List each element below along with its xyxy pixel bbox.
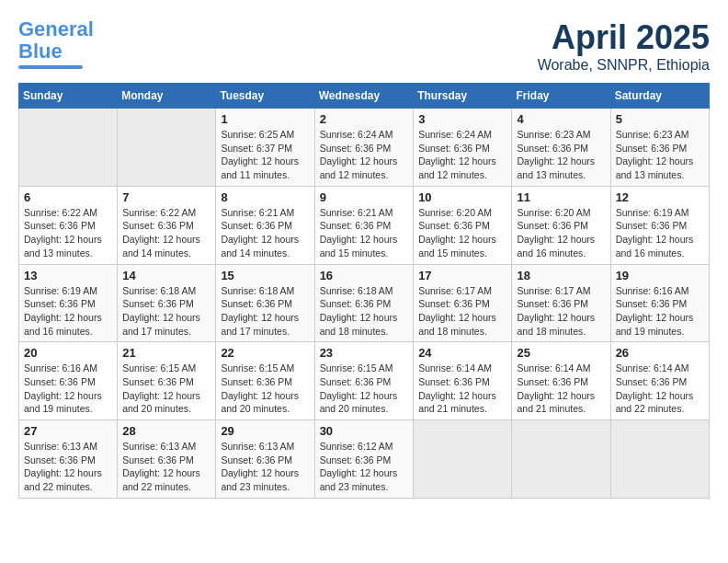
daylight-label: Daylight: 12 hours and 23 minutes. (221, 467, 299, 492)
daylight-label: Daylight: 12 hours and 16 minutes. (24, 312, 102, 337)
day-number: 29 (221, 424, 309, 438)
daylight-label: Daylight: 12 hours and 16 minutes. (616, 234, 694, 259)
calendar-cell: 21Sunrise: 6:15 AMSunset: 6:36 PMDayligh… (118, 342, 216, 420)
day-number: 10 (418, 190, 506, 204)
calendar-cell: 9Sunrise: 6:21 AMSunset: 6:36 PMDaylight… (314, 186, 414, 264)
sunrise-label: Sunrise: 6:14 AM (418, 362, 492, 373)
calendar-cell: 8Sunrise: 6:21 AMSunset: 6:36 PMDaylight… (216, 186, 314, 264)
calendar-cell: 15Sunrise: 6:18 AMSunset: 6:36 PMDayligh… (216, 264, 314, 342)
calendar-cell: 16Sunrise: 6:18 AMSunset: 6:36 PMDayligh… (314, 264, 414, 342)
day-number: 1 (221, 112, 309, 126)
day-info: Sunrise: 6:24 AMSunset: 6:36 PMDaylight:… (418, 128, 506, 182)
calendar-cell: 28Sunrise: 6:13 AMSunset: 6:36 PMDayligh… (118, 420, 216, 499)
daylight-label: Daylight: 12 hours and 22 minutes. (122, 467, 200, 492)
sunset-label: Sunset: 6:36 PM (221, 376, 292, 387)
logo-text: General Blue (18, 18, 94, 63)
weekday-label: Friday (512, 84, 610, 109)
day-number: 23 (320, 346, 409, 360)
sunset-label: Sunset: 6:36 PM (320, 454, 392, 465)
calendar-cell: 19Sunrise: 6:16 AMSunset: 6:36 PMDayligh… (610, 264, 709, 342)
day-number: 19 (616, 269, 704, 282)
day-number: 25 (517, 346, 605, 360)
sunrise-label: Sunrise: 6:15 AM (320, 362, 393, 373)
day-info: Sunrise: 6:14 AMSunset: 6:36 PMDaylight:… (616, 362, 704, 416)
logo-bar (18, 65, 83, 69)
calendar-cell: 6Sunrise: 6:22 AMSunset: 6:36 PMDaylight… (19, 186, 118, 264)
day-number: 17 (418, 269, 506, 282)
calendar-cell: 10Sunrise: 6:20 AMSunset: 6:36 PMDayligh… (414, 186, 512, 264)
sunrise-label: Sunrise: 6:15 AM (221, 362, 294, 373)
calendar-cell: 14Sunrise: 6:18 AMSunset: 6:36 PMDayligh… (118, 264, 216, 342)
sunrise-label: Sunrise: 6:21 AM (221, 207, 294, 218)
day-info: Sunrise: 6:18 AMSunset: 6:36 PMDaylight:… (122, 284, 210, 339)
day-number: 8 (221, 190, 309, 204)
day-number: 28 (122, 424, 210, 438)
sunset-label: Sunset: 6:36 PM (320, 298, 392, 309)
sunrise-label: Sunrise: 6:22 AM (122, 207, 196, 218)
sunrise-label: Sunrise: 6:18 AM (320, 285, 393, 296)
day-info: Sunrise: 6:21 AMSunset: 6:36 PMDaylight:… (320, 206, 409, 260)
day-number: 24 (418, 346, 506, 360)
location: Worabe, SNNPR, Ethiopia (538, 57, 710, 74)
sunrise-label: Sunrise: 6:16 AM (616, 285, 689, 296)
calendar-cell: 24Sunrise: 6:14 AMSunset: 6:36 PMDayligh… (414, 342, 512, 420)
day-info: Sunrise: 6:20 AMSunset: 6:36 PMDaylight:… (418, 206, 506, 260)
calendar-week-row: 27Sunrise: 6:13 AMSunset: 6:36 PMDayligh… (19, 420, 710, 499)
calendar-cell: 27Sunrise: 6:13 AMSunset: 6:36 PMDayligh… (19, 420, 118, 499)
day-number: 2 (320, 112, 409, 126)
day-info: Sunrise: 6:25 AMSunset: 6:37 PMDaylight:… (221, 128, 309, 182)
day-number: 26 (616, 346, 704, 360)
sunset-label: Sunset: 6:36 PM (320, 143, 392, 154)
calendar-cell: 23Sunrise: 6:15 AMSunset: 6:36 PMDayligh… (314, 342, 414, 420)
sunrise-label: Sunrise: 6:24 AM (418, 129, 492, 140)
sunset-label: Sunset: 6:36 PM (24, 376, 96, 387)
sunrise-label: Sunrise: 6:19 AM (616, 207, 689, 218)
sunrise-label: Sunrise: 6:14 AM (616, 362, 689, 373)
day-info: Sunrise: 6:19 AMSunset: 6:36 PMDaylight:… (24, 284, 112, 339)
weekday-label: Sunday (19, 84, 118, 109)
weekday-label: Thursday (414, 84, 512, 109)
day-info: Sunrise: 6:15 AMSunset: 6:36 PMDaylight:… (320, 362, 409, 416)
calendar-cell: 18Sunrise: 6:17 AMSunset: 6:36 PMDayligh… (512, 264, 610, 342)
daylight-label: Daylight: 12 hours and 13 minutes. (616, 155, 694, 180)
daylight-label: Daylight: 12 hours and 14 minutes. (221, 234, 299, 259)
day-info: Sunrise: 6:18 AMSunset: 6:36 PMDaylight:… (221, 284, 309, 339)
calendar-cell: 3Sunrise: 6:24 AMSunset: 6:36 PMDaylight… (414, 109, 512, 187)
day-number: 6 (24, 190, 112, 204)
day-info: Sunrise: 6:23 AMSunset: 6:36 PMDaylight:… (616, 128, 704, 182)
month-year: April 2025 (538, 18, 710, 57)
page-header: General Blue April 2025 Worabe, SNNPR, E… (18, 18, 710, 74)
sunrise-label: Sunrise: 6:19 AM (24, 285, 97, 296)
sunset-label: Sunset: 6:36 PM (616, 220, 688, 231)
sunrise-label: Sunrise: 6:17 AM (517, 285, 590, 296)
day-number: 27 (24, 424, 112, 438)
day-number: 13 (24, 269, 112, 282)
day-info: Sunrise: 6:24 AMSunset: 6:36 PMDaylight:… (320, 128, 409, 182)
day-number: 9 (320, 190, 409, 204)
calendar-week-row: 20Sunrise: 6:16 AMSunset: 6:36 PMDayligh… (19, 342, 710, 420)
day-info: Sunrise: 6:13 AMSunset: 6:36 PMDaylight:… (24, 440, 112, 494)
daylight-label: Daylight: 12 hours and 15 minutes. (418, 234, 496, 259)
calendar-cell (512, 420, 610, 499)
daylight-label: Daylight: 12 hours and 14 minutes. (122, 234, 200, 259)
daylight-label: Daylight: 12 hours and 18 minutes. (320, 312, 398, 337)
day-info: Sunrise: 6:17 AMSunset: 6:36 PMDaylight:… (418, 284, 506, 339)
calendar-cell: 29Sunrise: 6:13 AMSunset: 6:36 PMDayligh… (216, 420, 314, 499)
sunrise-label: Sunrise: 6:13 AM (221, 441, 294, 452)
day-info: Sunrise: 6:12 AMSunset: 6:36 PMDaylight:… (320, 440, 409, 494)
daylight-label: Daylight: 12 hours and 22 minutes. (616, 390, 694, 415)
sunset-label: Sunset: 6:36 PM (320, 376, 392, 387)
daylight-label: Daylight: 12 hours and 18 minutes. (517, 312, 595, 337)
calendar-cell: 5Sunrise: 6:23 AMSunset: 6:36 PMDaylight… (610, 109, 709, 187)
day-number: 3 (418, 112, 506, 126)
calendar-week-row: 1Sunrise: 6:25 AMSunset: 6:37 PMDaylight… (19, 109, 710, 187)
day-info: Sunrise: 6:16 AMSunset: 6:36 PMDaylight:… (616, 284, 704, 339)
weekday-label: Saturday (610, 84, 709, 109)
day-info: Sunrise: 6:18 AMSunset: 6:36 PMDaylight:… (320, 284, 409, 339)
sunset-label: Sunset: 6:36 PM (221, 220, 292, 231)
calendar-cell: 17Sunrise: 6:17 AMSunset: 6:36 PMDayligh… (414, 264, 512, 342)
sunset-label: Sunset: 6:36 PM (418, 298, 490, 309)
logo: General Blue (18, 18, 94, 69)
sunset-label: Sunset: 6:36 PM (418, 376, 490, 387)
sunset-label: Sunset: 6:36 PM (418, 220, 490, 231)
